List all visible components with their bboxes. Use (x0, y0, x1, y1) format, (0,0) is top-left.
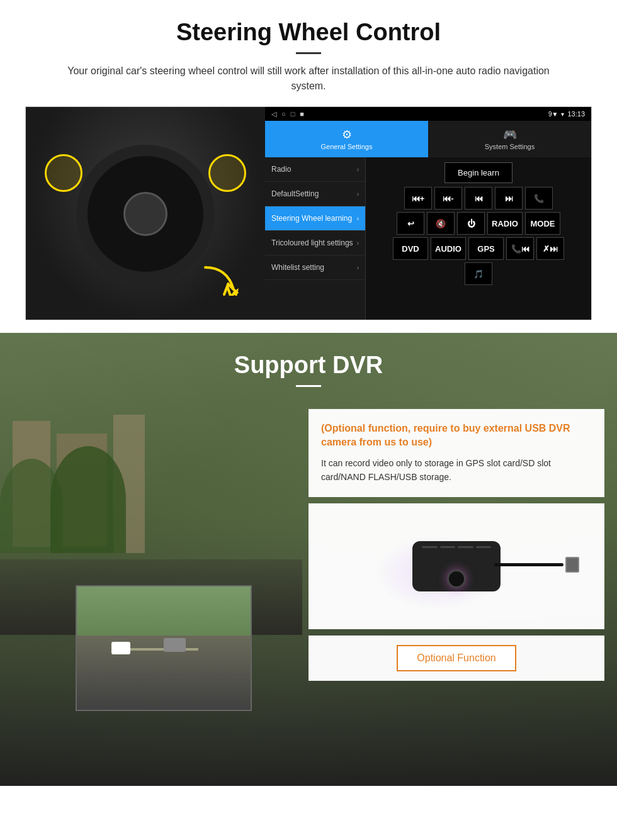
arrow-icon: › (357, 240, 359, 247)
menu-item-whitelist[interactable]: Whitelist setting › (265, 255, 365, 280)
camera-visual (362, 510, 551, 623)
gps-button[interactable]: GPS (468, 237, 504, 260)
audio-button[interactable]: AUDIO (431, 237, 466, 260)
status-time: 13:13 (567, 110, 585, 118)
menu-item-radio[interactable]: Radio › (265, 157, 365, 182)
arrow-indicator (202, 264, 240, 296)
dvr-section: Support DVR (0, 333, 617, 786)
dvr-info-box: (Optional function, require to buy exter… (308, 409, 604, 497)
wifi-icon: ▾ (561, 111, 564, 118)
dvr-content: (Optional function, require to buy exter… (0, 396, 617, 761)
home-icon: ○ (281, 110, 286, 118)
steering-title: Steering Wheel Control (25, 19, 592, 46)
usb-connector (565, 557, 579, 573)
tab-system-settings[interactable]: 🎮 System Settings (428, 121, 591, 157)
phone-button[interactable]: 📞 (525, 187, 553, 210)
optional-btn-area: Optional Function (308, 636, 604, 681)
begin-learn-area: Begin learn (369, 160, 588, 184)
menu-label-tricoloured: Tricoloured light settings (271, 238, 353, 247)
ctrl-row-3: DVD AUDIO GPS 📞⏮ ✗⏭ (369, 237, 588, 260)
dvd-button[interactable]: DVD (393, 237, 428, 260)
menu-label-radio: Radio (271, 165, 291, 174)
menu-list: Radio › DefaultSetting › Steering Wheel … (265, 157, 591, 320)
camera-body-wrapper (412, 541, 501, 591)
camera-cable (494, 563, 563, 566)
dvr-left-panel (0, 396, 302, 761)
android-panel: ◁ ○ □ ■ 9▼ ▾ 13:13 ⚙ General Settings 🎮 … (265, 107, 591, 320)
tab-general-label: General Settings (321, 143, 373, 150)
dvr-right-panel: (Optional function, require to buy exter… (302, 396, 617, 761)
ctrl-row-4: 🎵 (369, 262, 588, 285)
arrow-icon: › (357, 191, 359, 198)
mode-button[interactable]: MODE (525, 212, 560, 235)
tab-general-settings[interactable]: ⚙ General Settings (265, 121, 428, 157)
dvr-title-area: Support DVR (0, 333, 617, 396)
nav-icons: ◁ ○ □ ■ (271, 110, 304, 118)
next-button[interactable]: ⏭ (495, 187, 523, 210)
control-panel: Begin learn ⏮+ ⏮- ⏮ ⏭ 📞 ↩ 🔇 ⏻ (366, 157, 591, 320)
arrow-icon: › (357, 215, 359, 222)
prev-button[interactable]: ⏮ (465, 187, 492, 210)
arrow-icon: › (357, 166, 359, 173)
signal-icon: 9▼ (548, 111, 558, 118)
steering-demo: ◁ ○ □ ■ 9▼ ▾ 13:13 ⚙ General Settings 🎮 … (25, 106, 592, 320)
media-button[interactable]: 🎵 (465, 262, 492, 285)
menu-icon: ■ (300, 110, 304, 118)
steering-section: Steering Wheel Control Your original car… (0, 0, 617, 333)
phone-prev-button[interactable]: 📞⏮ (506, 237, 534, 260)
steering-description: Your original car's steering wheel contr… (50, 64, 567, 94)
mute-next-button[interactable]: ✗⏭ (536, 237, 564, 260)
dvr-divider (296, 385, 321, 387)
gear-icon: ⚙ (342, 128, 352, 142)
dvr-info-text: It can record video only to storage in G… (321, 456, 592, 484)
steering-highlight-right (208, 154, 246, 192)
tab-bar: ⚙ General Settings 🎮 System Settings (265, 121, 591, 157)
steering-wheel-inner (123, 192, 167, 236)
dvr-title: Support DVR (0, 352, 617, 379)
steering-wheel-outer (76, 145, 215, 283)
menu-left-panel: Radio › DefaultSetting › Steering Wheel … (265, 157, 366, 320)
menu-item-tricoloured[interactable]: Tricoloured light settings › (265, 231, 365, 255)
camera-vents (422, 546, 491, 548)
begin-learn-button[interactable]: Begin learn (444, 162, 512, 183)
menu-item-default[interactable]: DefaultSetting › (265, 182, 365, 206)
steering-highlight-left (45, 154, 82, 192)
dvr-thumbnail (76, 585, 252, 711)
dvr-thumb-scene (77, 586, 251, 710)
dvr-camera-area (308, 503, 604, 629)
ctrl-row-1: ⏮+ ⏮- ⏮ ⏭ 📞 (369, 187, 588, 210)
optional-function-button[interactable]: Optional Function (397, 645, 516, 671)
ctrl-row-2: ↩ 🔇 ⏻ RADIO MODE (369, 212, 588, 235)
vol-down-button[interactable]: ⏮- (434, 187, 462, 210)
radio-button[interactable]: RADIO (487, 212, 523, 235)
menu-item-steering[interactable]: Steering Wheel learning › (265, 206, 365, 231)
menu-label-whitelist: Whitelist setting (271, 263, 324, 272)
camera-lens (447, 569, 466, 588)
arrow-icon: › (357, 264, 359, 271)
steering-photo (26, 107, 265, 320)
title-divider (296, 52, 321, 54)
menu-label-steering: Steering Wheel learning (271, 214, 352, 223)
camera-body (412, 541, 501, 591)
dvr-info-title: (Optional function, require to buy exter… (321, 422, 592, 450)
power-button[interactable]: ⏻ (457, 212, 485, 235)
menu-label-default: DefaultSetting (271, 189, 319, 198)
system-icon: 🎮 (503, 128, 517, 142)
status-bar: ◁ ○ □ ■ 9▼ ▾ 13:13 (265, 107, 591, 121)
return-button[interactable]: ↩ (397, 212, 424, 235)
steering-wheel-bg (26, 107, 265, 320)
mute-button[interactable]: 🔇 (427, 212, 455, 235)
tab-system-label: System Settings (485, 143, 535, 150)
vol-up-button[interactable]: ⏮+ (404, 187, 432, 210)
back-icon: ◁ (271, 110, 276, 118)
recent-icon: □ (291, 110, 295, 118)
